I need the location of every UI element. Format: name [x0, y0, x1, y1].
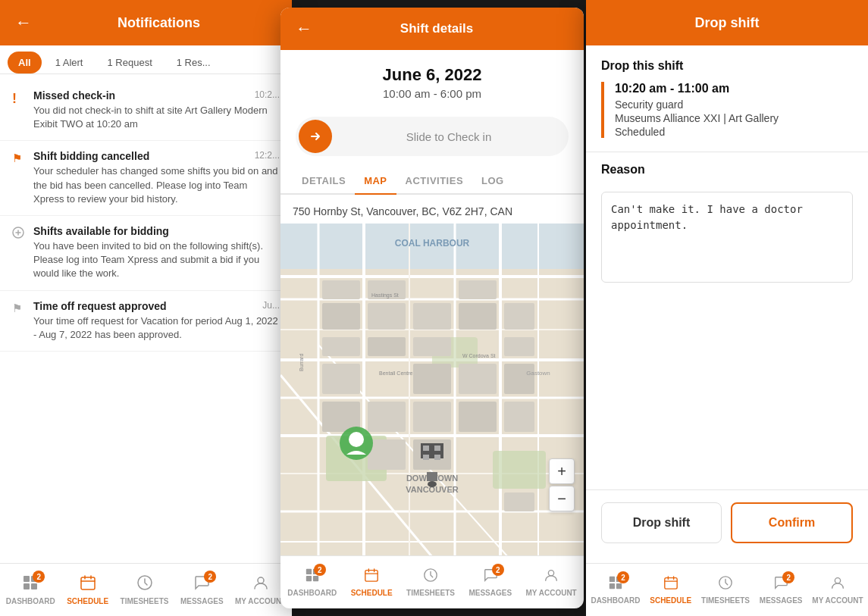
notifications-tabs: All 1 Alert 1 Request 1 Res...: [0, 45, 292, 74]
drop-shift-button[interactable]: Drop shift: [601, 502, 722, 543]
dashboard-icon: 2: [305, 568, 320, 586]
alert-icon: !: [12, 91, 26, 107]
shift-details-title: Shift details: [321, 21, 569, 36]
dashboard-badge: 2: [33, 571, 45, 583]
tab-result[interactable]: 1 Res...: [166, 52, 221, 73]
dashboard-label: DASHBOARD: [591, 596, 640, 605]
account-icon: [544, 568, 559, 586]
svg-rect-4: [31, 583, 37, 589]
notifications-header: ← Notifications: [0, 0, 292, 45]
account-icon: [830, 575, 845, 594]
svg-rect-50: [368, 439, 406, 470]
timesheets-icon: [423, 568, 438, 586]
schedule-label: SCHEDULE: [650, 596, 691, 605]
shift-time-range: 10:20 am - 11:00 am: [615, 82, 853, 95]
dashboard-label: DASHBOARD: [6, 597, 55, 605]
nav-schedule[interactable]: SCHEDULE: [67, 574, 108, 605]
reason-textarea[interactable]: [601, 192, 853, 283]
tab-alert[interactable]: 1 Alert: [45, 52, 94, 73]
tab-log[interactable]: LOG: [472, 168, 513, 193]
svg-rect-43: [459, 364, 497, 394]
nav-dashboard[interactable]: 2 DASHBOARD: [6, 574, 55, 605]
messages-icon: 2: [483, 568, 498, 586]
svg-rect-65: [423, 455, 429, 460]
drop-shift-bottom-nav: 2 DASHBOARD SCHEDULE TIMESHEETS 2 MESSAG…: [586, 563, 868, 616]
notif-content: Shift bidding cancelled 12:2... Your sch…: [33, 150, 280, 206]
shift-time: 10:00 am - 6:00 pm: [293, 87, 572, 100]
zoom-out-button[interactable]: −: [549, 486, 575, 511]
zoom-in-button[interactable]: +: [549, 458, 575, 484]
svg-point-68: [428, 481, 437, 487]
drop-nav-schedule[interactable]: SCHEDULE: [650, 575, 691, 605]
svg-rect-78: [609, 583, 615, 589]
svg-text:Bentall Centre: Bentall Centre: [379, 371, 412, 376]
notif-title: Shift bidding cancelled: [33, 150, 149, 162]
flag-icon: ⚑: [12, 152, 26, 165]
tab-activities[interactable]: ACTIVITIES: [396, 168, 473, 193]
flag-grey-icon: ⚑: [12, 302, 26, 315]
notif-time: 10:2...: [255, 89, 280, 100]
nav-account[interactable]: MY ACCOUNT: [235, 574, 286, 605]
svg-rect-47: [413, 402, 451, 432]
drop-nav-dashboard[interactable]: 2 DASHBOARD: [591, 575, 640, 605]
nav-messages[interactable]: 2 MESSAGES: [180, 574, 224, 605]
drop-shift-header: Drop shift: [586, 0, 868, 45]
nav-timesheets[interactable]: TIMESHEETS: [121, 574, 169, 605]
confirm-button[interactable]: Confirm: [731, 502, 853, 543]
slide-button[interactable]: [299, 120, 332, 153]
shift-location: Museums Alliance XXI | Art Gallery: [615, 112, 853, 124]
shift-nav-schedule[interactable]: SCHEDULE: [351, 568, 393, 597]
svg-text:COAL HARBOUR: COAL HARBOUR: [395, 238, 470, 249]
tab-all[interactable]: All: [8, 52, 42, 73]
drop-shift-section-title: Drop this shift: [601, 59, 853, 73]
svg-rect-48: [459, 402, 497, 432]
svg-rect-71: [306, 576, 312, 581]
svg-point-75: [548, 571, 553, 576]
shift-nav-timesheets[interactable]: TIMESHEETS: [406, 568, 455, 597]
svg-rect-52: [504, 492, 534, 511]
reason-label: Reason: [601, 163, 853, 177]
drop-nav-account[interactable]: MY ACCOUNT: [812, 575, 863, 605]
svg-rect-1: [24, 576, 30, 582]
drop-nav-timesheets[interactable]: TIMESHEETS: [701, 575, 750, 605]
shift-back-button[interactable]: ←: [296, 19, 312, 39]
shift-nav-dashboard[interactable]: 2 DASHBOARD: [287, 568, 337, 597]
dashboard-icon: 2: [22, 574, 39, 595]
map-container[interactable]: COAL HARBOUR DOWNTOWN VANCOUVER Hastings…: [280, 224, 584, 557]
notification-item[interactable]: ⚑ Shift bidding cancelled 12:2... Your s…: [0, 141, 292, 216]
notifications-back-button[interactable]: ←: [15, 13, 32, 33]
shift-nav-account[interactable]: MY ACCOUNT: [526, 568, 577, 597]
svg-point-7: [258, 577, 264, 583]
notification-item[interactable]: Shifts available for bidding You have be…: [0, 216, 292, 291]
timesheets-label: TIMESHEETS: [121, 597, 169, 605]
notification-item[interactable]: ! Missed check-in 10:2... You did not ch…: [0, 80, 292, 141]
shift-details-panel: ← Shift details June 6, 2022 10:00 am - …: [280, 8, 584, 606]
tab-map[interactable]: MAP: [355, 168, 396, 195]
svg-rect-3: [24, 583, 30, 589]
notif-time: 12:2...: [255, 150, 280, 161]
shift-details-bottom-nav: 2 DASHBOARD SCHEDULE TIMESHEETS 2 MESSAG…: [280, 555, 584, 608]
slide-checkin[interactable]: Slide to Check in: [296, 117, 569, 156]
notif-body: You did not check-in to shift at site Ar…: [33, 104, 280, 131]
svg-rect-29: [322, 280, 360, 299]
svg-rect-72: [313, 576, 318, 581]
tab-request[interactable]: 1 Request: [96, 52, 162, 73]
notif-content: Missed check-in 10:2... You did not chec…: [33, 89, 280, 131]
notification-item[interactable]: ⚑ Time off request approved Ju... Your t…: [0, 291, 292, 352]
shift-info-card: 10:20 am - 11:00 am Security guard Museu…: [601, 82, 853, 138]
notifications-list: ! Missed check-in 10:2... You did not ch…: [0, 74, 292, 539]
shift-date: June 6, 2022: [293, 65, 572, 85]
shift-nav-messages[interactable]: 2 MESSAGES: [468, 568, 512, 597]
notif-time: Ju...: [262, 300, 280, 311]
svg-rect-66: [434, 455, 440, 460]
notifications-title: Notifications: [41, 15, 277, 31]
messages-icon: 2: [773, 575, 788, 594]
shift-address: 750 Hornby St, Vancouver, BC, V6Z 2H7, C…: [280, 195, 584, 224]
tab-details[interactable]: DETAILS: [293, 168, 355, 193]
reason-section: Reason: [586, 152, 868, 298]
messages-label: MESSAGES: [180, 597, 224, 605]
drop-nav-messages[interactable]: 2 MESSAGES: [760, 575, 803, 605]
svg-rect-69: [306, 569, 312, 574]
svg-rect-34: [413, 303, 451, 330]
svg-rect-64: [434, 446, 440, 451]
